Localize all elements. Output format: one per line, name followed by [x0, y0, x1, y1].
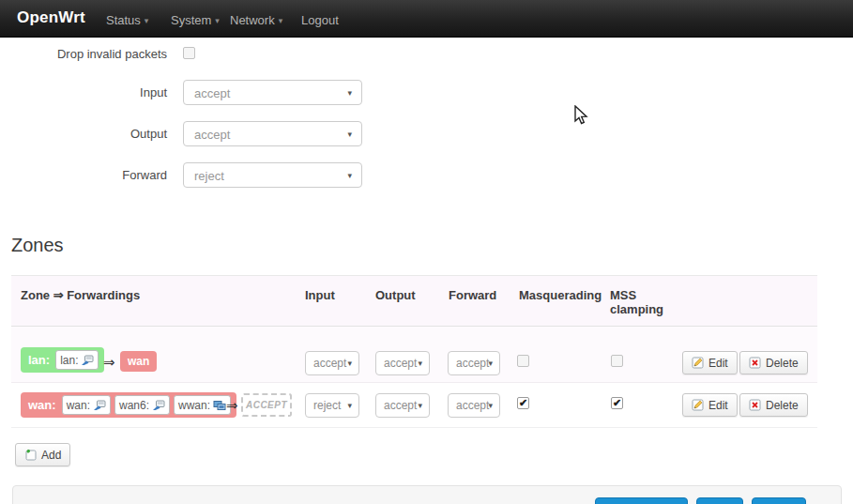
lan-delete-button[interactable]: Delete: [739, 351, 808, 374]
nav-status[interactable]: Status▾: [106, 13, 148, 27]
select-arrow-icon: ▾: [418, 401, 422, 410]
forward-policy-select[interactable]: reject▾: [183, 162, 362, 188]
forward-arrow: ⇒: [103, 354, 115, 371]
wan-forward-select[interactable]: accept▾: [448, 393, 500, 418]
col-output: Output: [375, 288, 416, 302]
forward-arrow: ⇒: [226, 397, 238, 414]
ethernet-icon: [81, 355, 94, 366]
zones-section-title: Zones: [11, 235, 64, 256]
input-policy-select[interactable]: accept▾: [183, 80, 362, 105]
wan-input-select[interactable]: reject▾: [305, 393, 359, 418]
select-arrow-icon: ▾: [347, 171, 352, 180]
wireless-icon: [213, 400, 226, 411]
zone-row-wan: wan: wan: wan6: wwan: ⇒ ACCEPT reject▾ a…: [11, 383, 817, 428]
col-mss-clamping: MSS clamping: [610, 288, 668, 316]
nav-logout[interactable]: Logout: [301, 13, 339, 27]
nav-network[interactable]: Network▾: [230, 13, 282, 27]
output-label: Output: [0, 127, 167, 141]
select-arrow-icon: ▾: [347, 88, 352, 98]
lan-forward-select[interactable]: accept▾: [448, 351, 500, 375]
zones-table-header: Zone ⇒ Forwardings Input Output Forward …: [11, 275, 817, 327]
lan-output-select[interactable]: accept▾: [375, 351, 430, 375]
top-navbar: OpenWrt Status▾ System▾ Network▾ Logout: [0, 0, 853, 38]
target-zone-wan: wan: [120, 351, 157, 372]
drop-invalid-packets-label: Drop invalid packets: [0, 47, 167, 61]
edit-icon: [692, 357, 704, 369]
openwrt-logo: OpenWrt: [17, 8, 85, 27]
add-icon: [24, 449, 37, 461]
select-arrow-icon: ▾: [418, 359, 422, 368]
reset-button[interactable]: [752, 497, 806, 504]
select-arrow-icon: ▾: [488, 401, 493, 410]
select-arrow-icon: ▾: [347, 359, 352, 368]
lan-input-select[interactable]: accept▾: [305, 351, 359, 375]
target-accept: ACCEPT: [241, 393, 292, 417]
ethernet-icon: [93, 400, 106, 411]
col-forward: Forward: [449, 288, 496, 302]
save-apply-button[interactable]: [595, 497, 688, 504]
wan-masquerading-checkbox[interactable]: ✔: [517, 397, 529, 409]
col-masquerading: Masquerading: [519, 288, 602, 302]
edit-icon: [692, 399, 704, 411]
nav-system[interactable]: System▾: [171, 13, 220, 27]
mouse-cursor: [573, 105, 592, 126]
wan-output-select[interactable]: accept▾: [375, 393, 430, 418]
interface-wwan: wwan:: [174, 395, 231, 415]
forward-label: Forward: [0, 168, 167, 182]
input-label: Input: [0, 85, 167, 99]
delete-icon: [749, 399, 761, 411]
chevron-down-icon: ▾: [279, 16, 283, 25]
col-zone-forwardings: Zone ⇒ Forwardings: [21, 288, 140, 302]
zone-badge-lan: lan: lan:: [21, 347, 104, 373]
wan-delete-button[interactable]: Delete: [739, 393, 808, 417]
interface-wan6: wan6:: [114, 395, 170, 415]
openwrt-firewall-page: OpenWrt Status▾ System▾ Network▾ Logout …: [0, 0, 853, 504]
wan-mss-clamping-checkbox[interactable]: ✔: [611, 397, 623, 409]
save-button[interactable]: [696, 497, 743, 504]
footer-action-bar: [12, 485, 842, 504]
drop-invalid-packets-checkbox[interactable]: [183, 47, 195, 59]
interface-wan: wan:: [62, 395, 111, 415]
col-input: Input: [305, 288, 335, 302]
add-zone-button[interactable]: Add: [15, 443, 70, 466]
lan-mss-clamping-checkbox[interactable]: [611, 355, 623, 367]
ethernet-icon: [152, 400, 165, 411]
chevron-down-icon: ▾: [145, 16, 149, 25]
lan-masquerading-checkbox[interactable]: [517, 355, 529, 367]
wan-edit-button[interactable]: Edit: [682, 393, 738, 417]
zone-badge-wan: wan: wan: wan6: wwan:: [21, 392, 236, 418]
zone-row-lan: lan: lan: ⇒ wan accept▾ accept▾ accept▾ …: [11, 327, 817, 383]
lan-edit-button[interactable]: Edit: [682, 351, 738, 374]
select-arrow-icon: ▾: [488, 359, 493, 368]
interface-lan: lan:: [55, 350, 99, 370]
delete-icon: [749, 357, 761, 369]
output-policy-select[interactable]: accept▾: [183, 121, 362, 146]
select-arrow-icon: ▾: [347, 401, 352, 410]
chevron-down-icon: ▾: [215, 16, 220, 25]
select-arrow-icon: ▾: [347, 130, 352, 139]
